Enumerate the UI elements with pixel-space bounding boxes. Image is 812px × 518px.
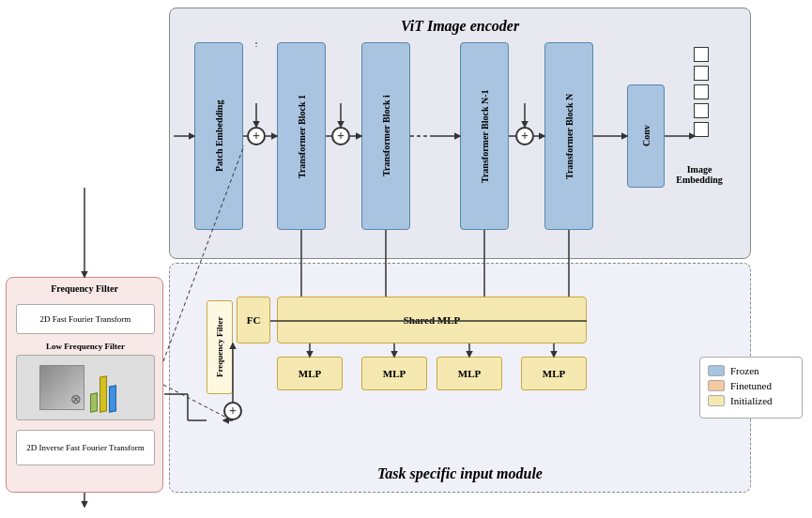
mlp-box-2: MLP bbox=[361, 357, 427, 390]
circle-plus-1: + bbox=[247, 127, 266, 145]
freq-filter-box: Frequency Filter 2D Fast Fourier Transfo… bbox=[6, 277, 163, 493]
embed-square-3 bbox=[694, 84, 709, 99]
freq-filter-title: Frequency Filter bbox=[7, 283, 162, 294]
transformer-block-n: Transformer Block N bbox=[544, 42, 593, 230]
fft-box: 2D Fast Fourier Transform bbox=[16, 304, 155, 334]
shared-mlp-box: Shared MLP bbox=[277, 297, 587, 343]
image-embedding-squares bbox=[694, 47, 709, 137]
legend-frozen: Frozen bbox=[708, 365, 794, 376]
legend-initialized: Initialized bbox=[708, 395, 794, 406]
image-embedding-label: Image Embedding bbox=[671, 164, 728, 185]
legend-finetuned: Finetuned bbox=[708, 380, 794, 391]
embed-square-1 bbox=[694, 47, 709, 62]
transformer-block-i: Transformer Block i bbox=[361, 42, 410, 230]
embed-square-2 bbox=[694, 66, 709, 81]
transformer-block-n1: Transformer Block N-1 bbox=[460, 42, 509, 230]
embed-square-5 bbox=[694, 122, 709, 137]
low-freq-visual: ⊗ bbox=[16, 355, 155, 420]
circle-plus-task: + bbox=[223, 402, 242, 420]
legend-initialized-color bbox=[708, 395, 725, 406]
mlp-box-3: MLP bbox=[437, 357, 502, 390]
legend-box: Frozen Finetuned Initialized bbox=[699, 357, 803, 419]
mlp-box-4: MLP bbox=[521, 357, 587, 390]
gray-image: ⊗ bbox=[39, 365, 84, 410]
circle-plus-2: + bbox=[331, 127, 350, 145]
legend-frozen-color bbox=[708, 365, 725, 376]
task-module-title: Task specific input module bbox=[170, 465, 750, 482]
circle-plus-3: + bbox=[515, 127, 534, 145]
low-freq-label: Low Frequency Filter bbox=[16, 342, 155, 351]
bar-chart bbox=[90, 363, 131, 412]
ifft-box: 2D Inverse Fast Fourier Transform bbox=[16, 430, 155, 465]
freq-filter-vertical: Frequency Filter bbox=[207, 300, 233, 394]
embed-square-4 bbox=[694, 103, 709, 118]
patch-embedding-block: Patch Embedding bbox=[194, 42, 243, 230]
fc-box: FC bbox=[237, 297, 270, 343]
legend-finetuned-color bbox=[708, 380, 725, 391]
conv-block: Conv bbox=[627, 84, 665, 188]
mlp-box-1: MLP bbox=[277, 357, 343, 390]
vit-encoder-title: ViT Image encoder bbox=[170, 18, 750, 35]
transformer-block-1: Transformer Block 1 bbox=[277, 42, 326, 230]
